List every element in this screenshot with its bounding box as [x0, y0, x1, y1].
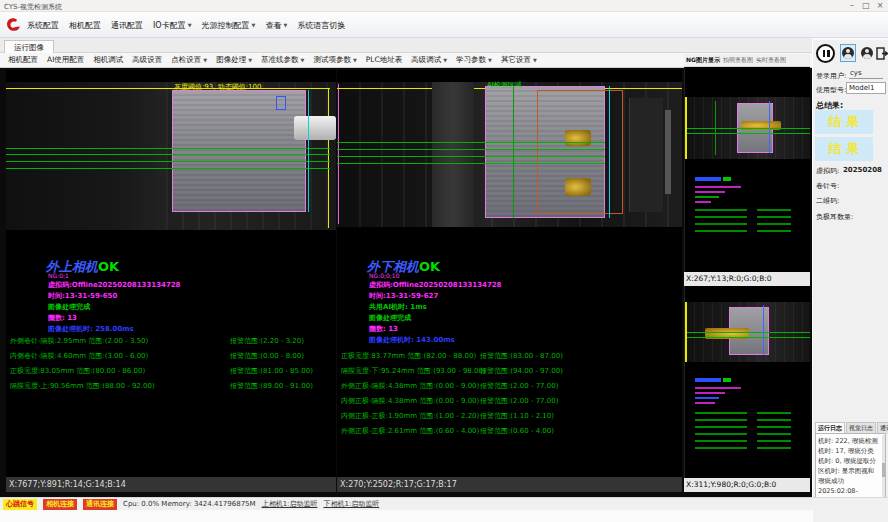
overlay-green-line [6, 161, 330, 162]
status-bar: 心跳信号 相机连接 通讯连接 Cpu: 0.0% Memory: 3424.41… [0, 497, 888, 510]
overlay-cyan-vline [609, 86, 610, 218]
log-scrollbar[interactable] [882, 435, 885, 505]
overlay-blue-box [276, 96, 286, 110]
thumb-tab-capture-view[interactable]: 拍照查看图 [723, 56, 753, 65]
overlay-green-line [685, 337, 810, 338]
toolbar-image-processing[interactable]: 图像处理▼ [216, 55, 252, 65]
pause-button[interactable] [816, 44, 835, 63]
barcode-label: 虚拟码:Offline20250208133134728 [48, 280, 181, 290]
overlay-yellow-vline [328, 88, 329, 228]
thumbnail-top[interactable] [684, 67, 810, 272]
dropdown-arrow-icon: ▼ [488, 57, 492, 63]
pause-icon [827, 50, 830, 57]
measurement-row: 内侧正极-隔膜:4.38mm 范围:(0.00 - 9.00) [341, 396, 479, 406]
upper-camera-listen-status[interactable]: 上相机1:启动监听 [262, 499, 318, 509]
thumbnail-image [685, 302, 810, 362]
barcode-field-label: 虚拟码: [816, 166, 839, 176]
thumb-text-line [695, 216, 747, 218]
menu-item-camera-config[interactable]: 相机配置 [69, 20, 101, 31]
dropdown-arrow-icon: ▼ [301, 57, 305, 63]
time-label: 时间:13-31-59-627 [369, 291, 438, 301]
exit-button[interactable] [875, 44, 888, 62]
overlay-green-vline [715, 101, 716, 155]
close-icon[interactable]: × [874, 1, 886, 10]
user-icon [861, 47, 873, 59]
model-select[interactable]: Model1 [846, 82, 886, 94]
menu-item-system-config[interactable]: 系统配置 [27, 20, 59, 31]
overlay-green-line [337, 142, 605, 143]
overlay-green-vline [513, 86, 514, 218]
center-image-column [432, 82, 474, 227]
toolbar-plc-address-table[interactable]: PLC地址表 [366, 55, 402, 65]
log-output[interactable]: 机时: 222, 瑕疵检测机时: 17, 瑕疵分类机时: 0, 瑕疵提取分区机时… [815, 433, 886, 507]
toolbar-test-params[interactable]: 测试项参数▼ [313, 55, 356, 65]
thumb-text-line [695, 397, 719, 399]
thumb-text-line [757, 447, 791, 449]
admin-user-button[interactable] [859, 44, 875, 62]
thumb-text-line [723, 177, 731, 181]
toolbar-other-settings[interactable]: 其它设置▼ [501, 55, 537, 65]
thumbnail-image [685, 97, 810, 159]
overlay-green-line [337, 156, 605, 157]
thumb-text-line [757, 433, 791, 435]
minimize-icon[interactable]: – [846, 1, 858, 10]
toolbar-advanced-debug[interactable]: 高级调试▼ [411, 55, 447, 65]
thumb-text-line [695, 201, 711, 203]
login-user-label: 登录用户: [816, 71, 846, 81]
toolbar-spot-check[interactable]: 点检设置▼ [171, 55, 207, 65]
toolbar-camera-debug[interactable]: 相机调试 [93, 55, 123, 65]
operator-user-button[interactable] [840, 44, 856, 62]
thumbnail-bottom[interactable] [684, 286, 810, 478]
gold-contact-blob [565, 130, 591, 146]
toolbar-advanced-settings[interactable]: 高级设置 [132, 55, 162, 65]
toolbar-learning-params[interactable]: 学习参数▼ [456, 55, 492, 65]
thumb-text-line [695, 440, 747, 442]
lower-camera-listen-status[interactable]: 下相机1:启动监听 [323, 499, 379, 509]
alarm-range: 报警范围:(81.00 - 85.00) [230, 366, 313, 376]
measurement-row: 外侧正极-隔膜:4.38mm 范围:(0.00 - 9.00) [341, 381, 479, 391]
thumb-text-line [723, 378, 731, 382]
thumb-tab-live-view[interactable]: 实时查看图 [756, 56, 786, 65]
menu-item-light-config[interactable]: 光源控制配置▼ [202, 20, 256, 31]
thumb-tab-ng-display[interactable]: NG图片显示 [686, 56, 720, 65]
menu-item-language-switch[interactable]: 系统语言切换 [297, 20, 345, 31]
roller-object [294, 116, 336, 140]
thumb-text-line [757, 419, 791, 421]
thumb-text-line [757, 216, 791, 218]
maximize-icon[interactable]: □ [860, 1, 872, 10]
left-image-dark-region [6, 82, 166, 230]
processing-done-label: 图像处理完成 [369, 313, 411, 323]
alarm-range: 报警范围:(94.00 - 97.00) [480, 366, 563, 376]
time-label: 时间:13-31-59-650 [48, 291, 117, 301]
thumbnail-top-coordinates: X:267;Y:13;R:0;G:0;B:0 [684, 272, 810, 286]
center-image-structure [629, 98, 663, 212]
toolbar-camera-config[interactable]: 相机配置 [8, 55, 38, 65]
measurement-row: 隔膜宽度-上:90.56mm 范围:(88.00 - 92.00) [10, 381, 155, 391]
toolbar-ai-usage-config[interactable]: AI使用配置 [47, 55, 84, 65]
overlay-yellow-vline [685, 97, 687, 159]
dropdown-arrow-icon: ▼ [252, 22, 256, 28]
result-ok-badge: OK [419, 259, 440, 274]
menu-item-comm-config[interactable]: 通讯配置 [111, 20, 143, 31]
dropdown-arrow-icon: ▼ [188, 22, 192, 28]
thumb-text-line [695, 378, 721, 382]
result-badge-2: 结果 [815, 137, 873, 161]
measurement-row: 内侧正极-正极:1.90mm 范围:(1.00 - 2.20) [341, 411, 479, 421]
thumb-text-line [695, 392, 725, 394]
thumb-text-line [757, 412, 791, 414]
menu-item-io-config[interactable]: IO卡配置▼ [153, 20, 192, 31]
measurement-row: 内侧卷针-隔膜:4.60mm 范围:(3.00 - 6.00) [10, 351, 148, 361]
menu-item-view[interactable]: 查看▼ [265, 20, 287, 31]
tab-strip: 运行图像 [0, 38, 812, 53]
toolbar-baseline-params[interactable]: 基准线参数▼ [261, 55, 304, 65]
user-icon [842, 47, 854, 59]
dropdown-arrow-icon: ▼ [353, 57, 357, 63]
heartbeat-status-badge: 心跳信号 [3, 499, 37, 510]
center-camera-viewport[interactable]: AI检测区域 外下相机OK NG:0;0;10 虚拟码:Offline20250… [337, 70, 682, 477]
left-camera-viewport[interactable]: 灰度阈值:93, 动态阈值:100 外上相机OK NG:0;1 虚拟码:Offl… [6, 70, 336, 477]
thumb-text-line [695, 196, 719, 198]
thumb-text-line [757, 426, 791, 428]
login-user-value[interactable]: cys [849, 69, 883, 79]
thumb-text-line [695, 223, 747, 225]
left-coordinates-bar: X:7677;Y:891;R:14;G:14;B:14 [6, 477, 336, 492]
